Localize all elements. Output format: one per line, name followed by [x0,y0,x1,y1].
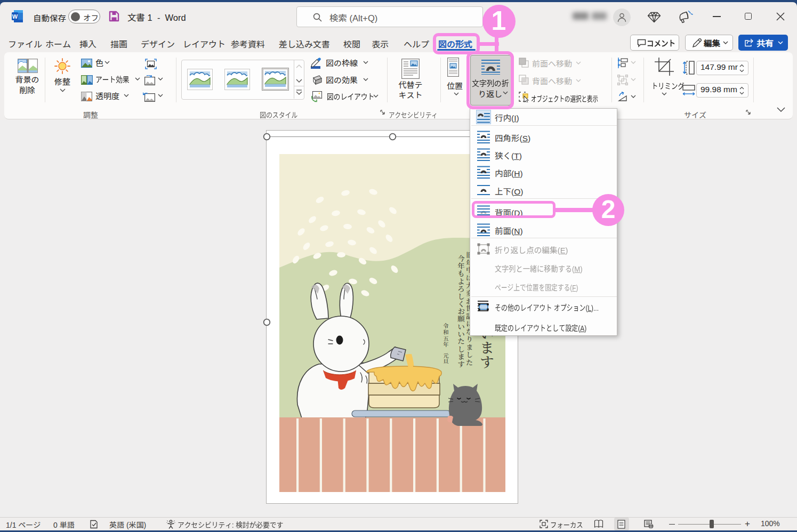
svg-text:W: W [12,13,18,20]
